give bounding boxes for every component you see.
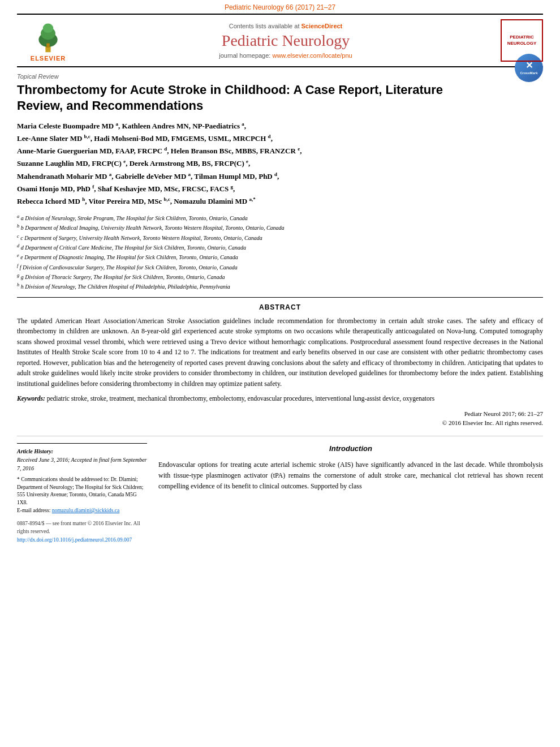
introduction-text: Endovascular options for treating acute …	[158, 460, 543, 492]
right-column: Introduction Endovascular options for tr…	[158, 443, 543, 544]
keywords-line: Keywords: pediatric stroke, stroke, trea…	[17, 394, 543, 403]
article-content: Topical Review ✕ CrossMark Thrombectomy …	[17, 67, 543, 291]
homepage-url[interactable]: www.elsevier.com/locate/pnu	[272, 52, 352, 59]
abstract-heading: ABSTRACT	[17, 303, 543, 311]
elsevier-wordmark: ELSEVIER	[31, 55, 66, 62]
doi-link[interactable]: http://dx.doi.org/10.1016/j.pediatrneuro…	[17, 537, 132, 543]
sciencedirect-line: Contents lists available at ScienceDirec…	[79, 23, 492, 29]
email-label: E-mail address:	[17, 508, 50, 513]
email-link[interactable]: nomazulu.dlamini@sickkids.ca	[52, 508, 120, 513]
pn-badge-line2: NEUROLOGY	[507, 41, 537, 46]
correspondence-body: * Communications should be addressed to:…	[17, 476, 143, 505]
journal-badge-area: PEDIATRIC NEUROLOGY	[492, 19, 543, 62]
journal-header-center: Contents lists available at ScienceDirec…	[79, 23, 492, 59]
affiliation-d: d d Department of Critical Care Medicine…	[17, 243, 543, 252]
bottom-rule	[17, 436, 543, 436]
elsevier-logo-area: ELSEVIER	[17, 20, 79, 62]
svg-rect-4	[46, 43, 50, 47]
abstract-section: ABSTRACT The updated American Heart Asso…	[0, 303, 560, 428]
left-column: Article History: Received June 3, 2016; …	[17, 443, 147, 544]
pn-journal-badge: PEDIATRIC NEUROLOGY	[501, 19, 543, 62]
affiliations-block: a a Division of Neurology, Stroke Progra…	[17, 213, 543, 291]
affiliation-a: a a Division of Neurology, Stroke Progra…	[17, 213, 543, 222]
affiliation-e: e e Department of Diagnostic Imaging, Th…	[17, 252, 543, 261]
received-text: Received June 3, 2016; Accepted in final…	[17, 457, 147, 471]
correspondence-text: * Communications should be addressed to:…	[17, 476, 147, 515]
affiliation-g: g g Division of Thoracic Surgery, The Ho…	[17, 272, 543, 281]
history-title: Article History:	[17, 448, 53, 454]
crossmark-x-symbol: ✕	[525, 61, 533, 70]
pre-abstract-rule	[17, 297, 543, 298]
crossmark-label: CrossMark	[520, 71, 537, 75]
journal-homepage: journal homepage: www.elsevier.com/locat…	[79, 52, 492, 59]
elsevier-tree-icon	[28, 20, 68, 54]
authors-block: Maria Celeste Buompadre MD a, Kathleen A…	[17, 120, 543, 208]
two-column-section: Article History: Received June 3, 2016; …	[17, 443, 543, 544]
journal-reference: Pediatric Neurology 66 (2017) 21–27	[0, 0, 560, 14]
article-title: Thrombectomy for Acute Stroke in Childho…	[17, 82, 486, 113]
elsevier-logo: ELSEVIER	[17, 20, 79, 62]
affiliation-c: c c Department of Surgery, University He…	[17, 233, 543, 242]
sciencedirect-prefix: Contents lists available at	[229, 23, 301, 29]
copyright-line: © 2016 Elsevier Inc. All rights reserved…	[17, 418, 543, 428]
article-history: Article History: Received June 3, 2016; …	[17, 447, 147, 473]
citation-line: Pediatr Neurol 2017; 66: 21–27	[17, 409, 543, 419]
journal-title-display: Pediatric Neurology	[79, 32, 492, 50]
pn-badge-line1: PEDIATRIC	[510, 35, 534, 40]
section-label: Topical Review	[17, 73, 543, 80]
affiliation-h: h h Division of Neurology, The Children …	[17, 282, 543, 291]
journal-header: ELSEVIER Contents lists available at Sci…	[17, 15, 543, 67]
keywords-label: Keywords:	[17, 395, 45, 402]
svg-point-3	[43, 23, 53, 33]
introduction-heading: Introduction	[158, 443, 543, 455]
keywords-text: pediatric stroke, stroke, treatment, mec…	[47, 395, 434, 402]
affiliation-f: f f Division of Cardiovascular Surgery, …	[17, 263, 543, 272]
citation-block: Pediatr Neurol 2017; 66: 21–27 © 2016 El…	[17, 409, 543, 428]
affiliation-b: b b Department of Medical Imaging, Unive…	[17, 223, 543, 232]
abstract-text: The updated American Heart Association/A…	[17, 316, 543, 389]
left-col-top-rule	[17, 443, 147, 444]
issn-line: 0887-8994/$ — see front matter © 2016 El…	[17, 520, 147, 536]
sciencedirect-link[interactable]: ScienceDirect	[301, 23, 343, 29]
